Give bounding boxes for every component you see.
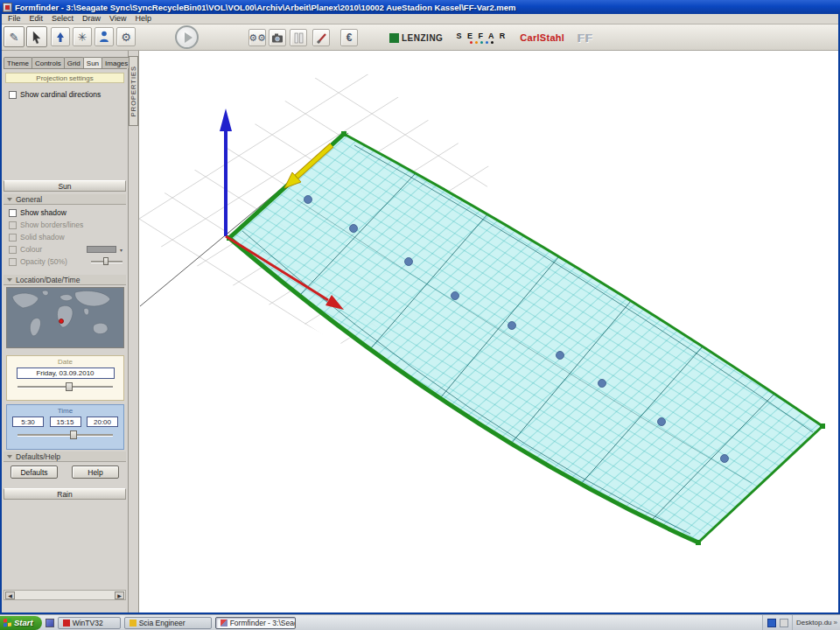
window-title: Formfinder - 3:\Seagate Sync\SyncRecycle… (15, 3, 516, 12)
world-map[interactable] (6, 287, 124, 348)
collapse-triangle-icon (7, 278, 12, 282)
select-tool-button[interactable] (26, 26, 47, 47)
date-slider[interactable] (18, 382, 113, 392)
defaults-button[interactable]: Defaults (10, 466, 58, 479)
taskbar-item-formfinder[interactable]: Formfinder - 3:\Seaga... (215, 617, 296, 629)
menu-draw[interactable]: Draw (78, 14, 105, 24)
formfinding-button[interactable]: ✳ (73, 27, 92, 46)
taskbar-item-scia-engineer[interactable]: Scia Engineer (124, 617, 212, 629)
euro-button[interactable]: € (340, 29, 358, 46)
panel-tabs: Theme Controls Grid Sun Images (4, 57, 127, 69)
formfinder-icon (220, 620, 228, 626)
opacity-slider[interactable] (91, 257, 122, 266)
gear-icon: ⚙ (121, 32, 131, 43)
date-slider-thumb[interactable] (66, 382, 73, 391)
start-button[interactable]: Start (0, 616, 42, 630)
menu-view[interactable]: View (105, 14, 130, 24)
colour-label: Colour (20, 245, 42, 254)
chevron-down-icon: ▾ (120, 247, 122, 253)
time-end-field[interactable]: 20:00 (87, 416, 118, 427)
scroll-left-arrow[interactable]: ◀ (5, 592, 15, 599)
lenzing-logo: LENZING (389, 33, 443, 43)
draw-tool-button[interactable]: ✎ (4, 26, 24, 47)
time-current-field[interactable]: 15:15 (50, 416, 81, 427)
gears-button[interactable]: ⚙⚙ (248, 29, 266, 46)
tab-images[interactable]: Images (102, 57, 131, 68)
viewport-3d[interactable] (139, 51, 840, 614)
properties-panel: Theme Controls Grid Sun Images Projectio… (2, 51, 129, 614)
person-button[interactable] (94, 27, 114, 46)
properties-tab[interactable]: PROPERTIES (129, 56, 138, 126)
opacity-slider-thumb[interactable] (103, 257, 108, 265)
play-button[interactable] (175, 25, 199, 49)
solid-shadow-checkbox[interactable] (9, 234, 17, 242)
show-cardinal-checkbox[interactable] (9, 91, 17, 99)
show-shadow-label: Show shadow (20, 208, 66, 217)
membrane-surface[interactable] (227, 131, 825, 545)
show-cardinal-label: Show cardinal directions (20, 90, 101, 99)
navigate-icon (55, 32, 66, 43)
play-icon (185, 32, 192, 43)
show-borders-checkbox[interactable] (9, 221, 17, 229)
location-group-header[interactable]: Location/Date/Time (4, 275, 126, 285)
panel-horizontal-scrollbar[interactable]: ◀ ▶ (4, 590, 126, 600)
defaults-help-group-header[interactable]: Defaults/Help (4, 452, 126, 462)
colour-checkbox[interactable] (9, 246, 17, 254)
scroll-right-arrow[interactable]: ▶ (115, 592, 124, 599)
opacity-label: Opacity (50%) (20, 257, 67, 266)
window-border-left (0, 14, 2, 614)
taskbar-item-wintv32[interactable]: WinTV32 (58, 617, 121, 629)
app-icon (3, 3, 12, 12)
desktop-toolbar[interactable]: Desktop.du » (792, 615, 837, 630)
viewport-3d-scene[interactable] (139, 51, 839, 614)
menu-file[interactable]: File (4, 14, 25, 24)
tab-controls[interactable]: Controls (32, 57, 65, 68)
sun-section-header[interactable]: Sun (4, 180, 126, 192)
quick-launch-icon[interactable] (46, 619, 54, 627)
titlebar[interactable]: Formfinder - 3:\Seagate Sync\SyncRecycle… (0, 0, 840, 14)
toolbar: ✎ ✳ ⚙ ⚙⚙ (0, 24, 840, 51)
tab-theme[interactable]: Theme (4, 57, 32, 68)
menu-edit[interactable]: Edit (25, 14, 48, 24)
columns-button[interactable] (290, 29, 307, 46)
brush-button[interactable] (312, 29, 330, 46)
sefar-dots-icon (456, 41, 507, 44)
settings-button[interactable]: ⚙ (116, 27, 136, 46)
sefar-logo: S E F A R (456, 32, 507, 44)
date-field[interactable]: Friday, 03.09.2010 (17, 368, 115, 379)
time-label: Time (7, 407, 123, 415)
lenzing-mark-icon (389, 33, 399, 43)
tray-icon-1[interactable] (767, 619, 776, 627)
menu-select[interactable]: Select (47, 14, 78, 24)
solid-shadow-label: Solid shadow (20, 233, 65, 242)
time-slider-thumb[interactable] (70, 430, 77, 439)
help-button[interactable]: Help (72, 466, 119, 479)
tray-icon-2[interactable] (780, 619, 788, 627)
starburst-icon: ✳ (78, 32, 88, 43)
time-start-field[interactable]: 5:30 (12, 416, 44, 427)
opacity-checkbox[interactable] (9, 258, 17, 266)
pencil-icon: ✎ (10, 32, 19, 43)
show-shadow-checkbox[interactable] (9, 209, 17, 217)
tab-sun[interactable]: Sun (83, 57, 102, 68)
projection-settings-button[interactable]: Projection settings (5, 73, 124, 83)
camera-button[interactable] (269, 29, 286, 46)
partner-logos: LENZING S E F A R CarlStahl FF (389, 27, 593, 48)
wintv-icon (63, 620, 70, 626)
system-tray: Desktop.du » (762, 615, 840, 630)
time-box: Time 5:30 15:15 20:00 (6, 404, 124, 450)
scia-icon (130, 620, 136, 626)
collapse-triangle-icon (7, 198, 12, 201)
rain-section-header[interactable]: Rain (4, 488, 126, 500)
navigate-button[interactable] (51, 27, 70, 46)
location-marker[interactable] (60, 319, 64, 324)
taskbar: Start WinTV32 Scia Engineer Formfinder -… (0, 614, 840, 630)
tab-grid[interactable]: Grid (64, 57, 84, 68)
colour-swatch[interactable] (87, 246, 116, 253)
general-group-header[interactable]: General (4, 194, 126, 205)
menu-help[interactable]: Help (130, 14, 156, 24)
euro-icon: € (346, 32, 353, 44)
ff-logo: FF (578, 32, 593, 45)
time-slider[interactable] (18, 430, 113, 440)
columns-icon (293, 32, 304, 44)
